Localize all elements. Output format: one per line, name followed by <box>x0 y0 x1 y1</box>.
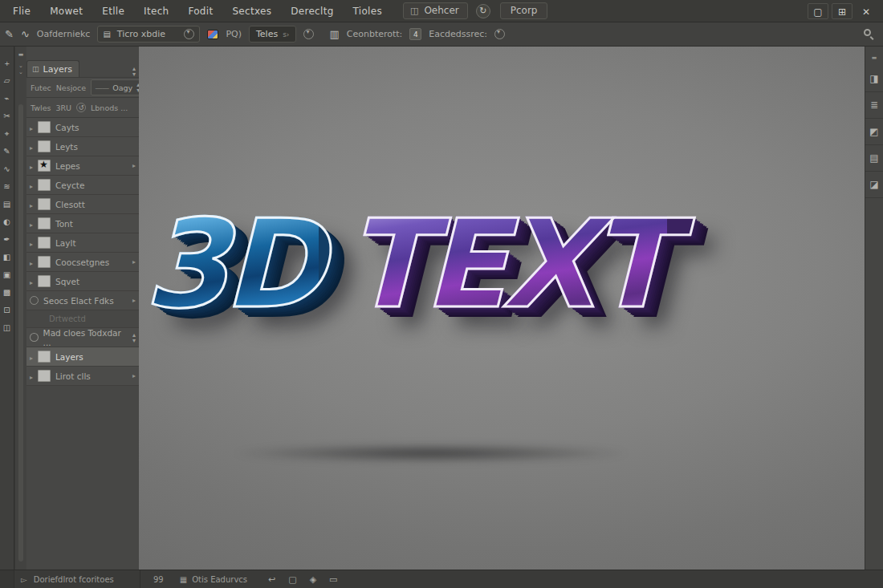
slider-dash-icon: —— <box>95 83 108 92</box>
chevron-down-icon[interactable] <box>494 29 505 39</box>
effects-row[interactable]: Seocs Elact Fdks ▸ <box>26 291 139 310</box>
layer-thumbnail <box>38 217 51 229</box>
layer-thumbnail <box>38 140 51 152</box>
brush-tool-icon[interactable]: ✎ <box>5 28 14 40</box>
constraint-icon: ▥ <box>329 28 339 40</box>
tool-icon[interactable]: ◐ <box>1 217 14 227</box>
layer-row[interactable]: Sqvet <box>26 272 139 291</box>
layer-thumbnail <box>38 198 51 210</box>
tool-icon[interactable]: ✂ <box>1 111 14 121</box>
expand-chevron-icon[interactable] <box>30 219 33 229</box>
layer-row-selected[interactable]: Layers <box>26 347 139 367</box>
menu-item[interactable]: Flie <box>13 6 31 17</box>
search-icon[interactable] <box>864 29 875 40</box>
tool-icon[interactable]: ⌁ <box>1 93 14 103</box>
visibility-eye-icon[interactable] <box>30 296 39 305</box>
canvas-area[interactable]: 3D 3D TEXT TEXT <box>139 47 865 570</box>
refresh-icon[interactable]: ↺ <box>76 103 86 112</box>
layer-row[interactable]: Leyts <box>26 137 139 156</box>
document-selector-dropdown[interactable]: ◫ Oehcer <box>403 2 468 19</box>
chevron-down-icon[interactable] <box>184 29 194 39</box>
menu-item[interactable]: Sectxes <box>232 6 271 17</box>
color-swatch-icon[interactable] <box>207 30 218 39</box>
panel-icon[interactable]: ◪ <box>865 172 883 198</box>
panel-collapse-icon[interactable]: ▬ <box>15 51 26 58</box>
scrollbar-track[interactable] <box>18 104 23 562</box>
tool-icon[interactable]: ▱ <box>1 75 14 86</box>
updown-chevron-icon: ▴▾ <box>132 332 136 343</box>
panel-icon[interactable]: ◨ <box>865 66 883 92</box>
layer-name: Layers <box>55 352 83 362</box>
tool-icon[interactable]: ∿ <box>1 164 14 174</box>
layer-name: Tont <box>55 219 73 229</box>
expand-chevron-icon[interactable] <box>30 238 33 248</box>
layer-row[interactable]: Laylt <box>26 233 139 253</box>
layer-row[interactable]: Tont <box>26 214 139 233</box>
panel-menu-icon[interactable]: ▴▾ <box>132 66 136 77</box>
sync-button[interactable]: ↻ <box>476 4 490 18</box>
tool-icon[interactable]: ＋ <box>1 58 14 68</box>
layer-name: Ceycte <box>55 180 84 190</box>
status-action-icon[interactable]: ▭ <box>329 574 337 585</box>
menu-item[interactable]: Fodit <box>188 6 213 17</box>
restore-icon[interactable]: ⊞ <box>832 3 852 19</box>
expand-chevron-icon[interactable] <box>30 258 33 267</box>
status-play-icon[interactable]: ▻ <box>21 575 27 584</box>
layer-row[interactable]: Clesott <box>26 195 139 214</box>
tool-icon[interactable]: ✒ <box>1 234 14 245</box>
zoom-level[interactable]: 99 <box>145 575 172 584</box>
tool-icon[interactable]: ◫ <box>1 322 14 333</box>
status-action-icon[interactable]: ↩ <box>268 574 275 585</box>
tool-icon[interactable]: ▤ <box>1 199 14 209</box>
chevron-down-icon[interactable] <box>303 29 314 39</box>
layer-row[interactable]: Lirot clls ▸ <box>26 367 139 386</box>
expand-chevron-icon[interactable] <box>30 142 33 152</box>
chevron-down-icon[interactable]: ⌄⌄ <box>15 63 26 75</box>
panel-icon[interactable]: ≣ <box>865 92 883 119</box>
layer-row[interactable]: Lepes ▸ <box>26 156 139 176</box>
tool-icon[interactable]: ≋ <box>1 181 14 192</box>
tool-icon[interactable]: ◧ <box>1 252 14 262</box>
menu-item[interactable]: Mowet <box>50 6 83 17</box>
expand-chevron-icon[interactable] <box>30 180 33 190</box>
tool-icon[interactable]: ⊡ <box>1 305 14 315</box>
visibility-eye-icon[interactable] <box>30 333 39 342</box>
workspace-button[interactable]: Pcorp <box>500 2 548 19</box>
collapse-chevron-icon[interactable]: ▬ <box>872 55 877 61</box>
tab-layers[interactable]: ◫ Layers <box>26 60 79 77</box>
menu-item[interactable]: Derecltg <box>291 6 333 17</box>
close-icon[interactable]: ✕ <box>856 3 877 19</box>
panel-icon[interactable]: ▤ <box>865 145 883 172</box>
layer-name: Cayts <box>55 123 79 132</box>
expand-chevron-icon[interactable] <box>30 371 33 381</box>
tool-options-label: Oafderniekc <box>37 29 91 39</box>
expand-chevron-icon[interactable] <box>30 161 33 171</box>
expand-chevron-icon[interactable] <box>30 200 33 209</box>
status-action-icons: ↩▢◈▭ <box>255 574 338 585</box>
tool-icon[interactable]: ▩ <box>1 287 14 298</box>
mode-dropdown-button[interactable]: Teles s› <box>249 26 296 43</box>
menu-item[interactable]: Tioles <box>353 6 382 17</box>
expand-chevron-icon[interactable] <box>30 352 33 362</box>
layer-row[interactable]: Coocsetgnes ▸ <box>26 253 139 272</box>
menu-item[interactable]: Itech <box>144 6 169 17</box>
layer-name: Leyts <box>55 142 78 152</box>
preset-dropdown[interactable]: ▤ Ticro xbdie <box>97 26 200 43</box>
tool-icon[interactable]: ✎ <box>1 146 14 156</box>
tool-icon[interactable]: ⌖ <box>1 128 14 139</box>
layer-row[interactable]: Cayts <box>26 118 139 137</box>
panel-icon[interactable]: ◩ <box>865 119 883 145</box>
adjustment-row[interactable]: Mad cloes Todxdar ... ▴▾ <box>26 328 139 347</box>
status-action-icon[interactable]: ▢ <box>288 574 296 585</box>
expand-chevron-icon[interactable] <box>30 123 33 132</box>
layer-row[interactable]: Ceycte <box>26 176 139 195</box>
opacity-dropdown[interactable]: —— Oagy ▴▾ <box>91 79 144 95</box>
layer-name: Lepes <box>55 161 80 171</box>
tool-icon[interactable]: ▣ <box>1 270 14 280</box>
panel-scrollbar[interactable]: ▬ ⌄⌄ <box>14 47 26 570</box>
status-action-icon[interactable]: ◈ <box>310 574 316 585</box>
menu-item[interactable]: Etlle <box>102 6 124 17</box>
maximize-icon[interactable]: ▢ <box>808 3 828 19</box>
expand-chevron-icon[interactable] <box>30 277 33 286</box>
layers-panel: ▬ ⌄⌄ ◫ Layers ▴▾ Futec Nesjoce —— <box>14 47 139 570</box>
